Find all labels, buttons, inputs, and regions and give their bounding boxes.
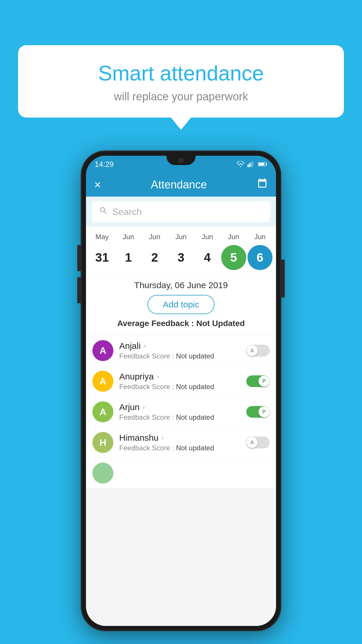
avg-feedback-value: Not Updated <box>196 319 245 328</box>
close-button[interactable]: × <box>94 178 101 191</box>
student-name-row-anjali[interactable]: Anjali › <box>119 341 246 351</box>
student-name-row-himanshu[interactable]: Himanshu › <box>119 433 246 443</box>
student-name-arjun: Arjun <box>119 402 140 412</box>
chevron-right-anjali: › <box>143 342 146 350</box>
month-row: May Jun Jun Jun Jun Jun Jun <box>89 233 273 241</box>
svg-rect-3 <box>252 161 253 167</box>
app-bar-title: Attendance <box>151 178 207 191</box>
month-jun4: Jun <box>195 233 220 241</box>
bubble-subtitle: will replace your paperwork <box>36 90 326 103</box>
toggle-himanshu-container: A <box>246 437 270 448</box>
date-31[interactable]: 31 <box>89 245 115 270</box>
phone-screen: 14:29 <box>86 156 276 626</box>
add-topic-button[interactable]: Add topic <box>147 295 214 314</box>
svg-rect-6 <box>259 163 264 165</box>
chevron-right-arjun: › <box>143 403 145 411</box>
toggle-knob-anjali: A <box>247 345 258 356</box>
student-item-anupriya: A Anupriya › Feedback Score : Not update… <box>86 366 276 396</box>
power-button[interactable] <box>281 260 285 298</box>
student-info-anjali: Anjali › Feedback Score : Not updated <box>119 341 246 360</box>
month-jun3: Jun <box>168 233 194 241</box>
month-jun5: Jun <box>221 233 246 241</box>
student-item-anjali: A Anjali › Feedback Score : Not updated … <box>86 335 276 366</box>
svg-rect-1 <box>249 163 250 167</box>
avatar-arjun: A <box>92 401 113 422</box>
speech-bubble-container: Smart attendance will replace your paper… <box>18 45 344 118</box>
student-item-arjun: A Arjun › Feedback Score : Not updated P <box>86 396 276 427</box>
student-item-himanshu: H Himanshu › Feedback Score : Not update… <box>86 427 276 458</box>
svg-rect-0 <box>247 164 249 167</box>
student-name-anjali: Anjali <box>119 341 140 351</box>
date-2[interactable]: 2 <box>142 245 167 270</box>
avg-feedback: Average Feedback : Not Updated <box>92 319 270 328</box>
calendar-icon[interactable] <box>257 178 268 192</box>
student-name-anupriya: Anupriya <box>119 372 154 382</box>
chevron-right-himanshu: › <box>161 434 164 442</box>
selected-date-text: Thursday, 06 June 2019 <box>92 280 270 290</box>
student-list: A Anjali › Feedback Score : Not updated … <box>86 335 276 488</box>
wifi-icon <box>236 161 245 167</box>
toggle-knob-anupriya: P <box>259 376 270 387</box>
month-jun2: Jun <box>142 233 167 241</box>
camera-dot <box>178 158 184 163</box>
student-name-himanshu: Himanshu <box>119 433 159 443</box>
search-placeholder: Search <box>112 206 142 217</box>
phone-notch <box>166 156 196 165</box>
student-info-anupriya: Anupriya › Feedback Score : Not updated <box>119 372 246 391</box>
toggle-arjun-container: P <box>246 406 270 418</box>
feedback-score-himanshu: Feedback Score : Not updated <box>119 444 246 452</box>
student-item-partial <box>86 458 276 488</box>
avatar-anupriya: A <box>92 371 113 392</box>
avatar-partial <box>92 463 113 484</box>
date-row: 31 1 2 3 4 5 6 <box>89 243 273 272</box>
date-3[interactable]: 3 <box>168 245 194 270</box>
toggle-knob-arjun: P <box>259 406 270 417</box>
feedback-score-arjun: Feedback Score : Not updated <box>119 413 246 421</box>
svg-rect-5 <box>266 163 267 165</box>
avatar-anjali: A <box>92 340 113 361</box>
toggle-anjali-container: A <box>246 345 270 356</box>
student-name-row-anupriya[interactable]: Anupriya › <box>119 372 246 382</box>
avatar-himanshu: H <box>92 432 113 453</box>
svg-rect-2 <box>251 162 252 167</box>
search-bar-container: Search <box>86 197 276 227</box>
date-6-selected[interactable]: 6 <box>247 245 273 270</box>
search-icon <box>99 206 108 218</box>
toggle-anupriya[interactable]: P <box>246 375 270 387</box>
app-bar: × Attendance <box>86 173 276 197</box>
student-info-himanshu: Himanshu › Feedback Score : Not updated <box>119 433 246 452</box>
toggle-knob-himanshu: A <box>247 437 258 448</box>
month-may: May <box>89 233 115 241</box>
chevron-right-anupriya: › <box>157 372 159 381</box>
search-bar[interactable]: Search <box>92 201 270 222</box>
student-name-row-arjun[interactable]: Arjun › <box>119 402 246 412</box>
speech-bubble: Smart attendance will replace your paper… <box>18 45 344 118</box>
toggle-anjali[interactable]: A <box>246 345 270 356</box>
date-5-today[interactable]: 5 <box>221 245 246 270</box>
month-jun1: Jun <box>116 233 141 241</box>
volume-up-button[interactable] <box>77 245 81 271</box>
toggle-arjun[interactable]: P <box>246 406 270 418</box>
battery-icon <box>258 162 267 167</box>
selected-date-section: Thursday, 06 June 2019 Add topic Average… <box>86 275 276 335</box>
phone-container: 14:29 <box>82 152 280 630</box>
calendar-section: May Jun Jun Jun Jun Jun Jun 31 1 2 3 4 5… <box>86 227 276 275</box>
toggle-anupriya-container: P <box>246 375 270 387</box>
volume-down-button[interactable] <box>77 277 81 303</box>
student-info-arjun: Arjun › Feedback Score : Not updated <box>119 402 246 421</box>
date-4[interactable]: 4 <box>195 245 220 270</box>
date-1[interactable]: 1 <box>116 245 141 270</box>
status-icons <box>236 161 267 167</box>
status-time: 14:29 <box>95 160 114 169</box>
month-jun6: Jun <box>247 233 273 241</box>
signal-icon <box>247 161 255 167</box>
feedback-score-anjali: Feedback Score : Not updated <box>119 352 246 360</box>
bubble-title: Smart attendance <box>36 61 326 85</box>
toggle-himanshu[interactable]: A <box>246 437 270 448</box>
screen-content: Search May Jun Jun Jun Jun Jun Jun 31 1 … <box>86 197 276 626</box>
feedback-score-anupriya: Feedback Score : Not updated <box>119 383 246 391</box>
